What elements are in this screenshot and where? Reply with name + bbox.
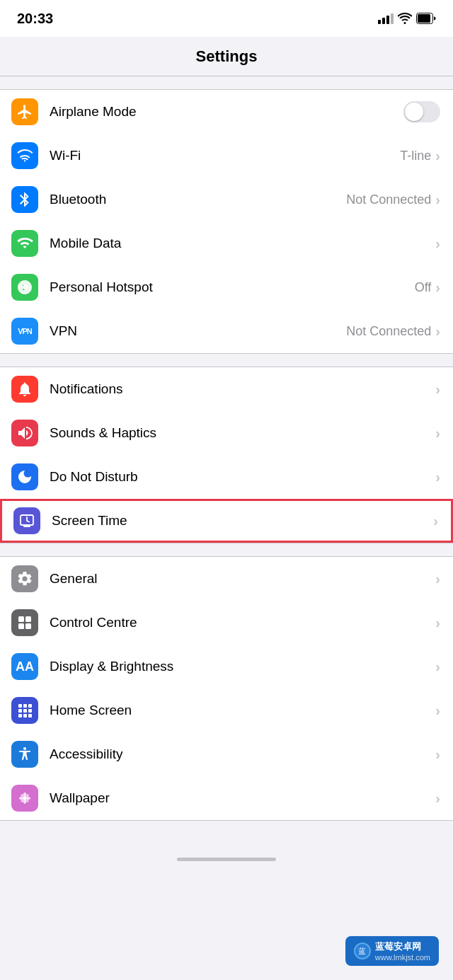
wallpaper-icon xyxy=(11,785,38,812)
screen-time-row[interactable]: Screen Time › xyxy=(0,499,453,543)
screen-time-chevron: › xyxy=(433,514,438,528)
svg-rect-13 xyxy=(28,709,32,713)
svg-rect-5 xyxy=(25,616,31,622)
vpn-chevron: › xyxy=(435,324,440,338)
control-centre-row[interactable]: Control Centre › xyxy=(0,601,453,645)
vpn-value: Not Connected xyxy=(346,324,431,339)
do-not-disturb-label: Do Not Disturb xyxy=(50,469,435,485)
general-row[interactable]: General › xyxy=(0,557,453,601)
general-icon xyxy=(11,565,38,592)
sounds-haptics-chevron: › xyxy=(435,426,440,440)
general-label: General xyxy=(50,571,435,587)
svg-rect-16 xyxy=(28,714,32,717)
control-centre-icon xyxy=(11,609,38,636)
notifications-icon xyxy=(11,376,38,403)
general-chevron: › xyxy=(435,572,440,586)
airplane-mode-icon xyxy=(11,98,38,125)
signal-icon xyxy=(378,13,394,24)
watermark-logo: 蓝 xyxy=(354,942,371,959)
bluetooth-chevron: › xyxy=(435,192,440,207)
status-time: 20:33 xyxy=(17,11,53,27)
sounds-haptics-row[interactable]: Sounds & Haptics › xyxy=(0,411,453,455)
page-title: Settings xyxy=(196,47,258,66)
screen-time-icon xyxy=(13,507,40,534)
svg-rect-12 xyxy=(23,709,27,713)
home-bar xyxy=(177,858,276,861)
home-indicator xyxy=(0,849,453,867)
accessibility-label: Accessibility xyxy=(50,746,435,762)
personal-hotspot-chevron: › xyxy=(435,280,440,294)
wifi-label: Wi-Fi xyxy=(50,148,400,163)
svg-point-2 xyxy=(23,285,27,289)
general-section: General › Control Centre › AA Display & … xyxy=(0,556,453,821)
mobile-data-label: Mobile Data xyxy=(50,236,435,251)
wifi-chevron: › xyxy=(435,149,440,163)
mobile-data-icon xyxy=(11,230,38,257)
personal-hotspot-label: Personal Hotspot xyxy=(50,279,415,295)
svg-rect-10 xyxy=(28,704,32,708)
mobile-data-row[interactable]: Mobile Data › xyxy=(0,221,453,265)
watermark-text: 蓝莓安卓网 www.lmkjst.com xyxy=(375,940,430,962)
status-icons xyxy=(378,13,436,24)
accessibility-icon xyxy=(11,741,38,768)
wifi-status-icon xyxy=(398,13,412,24)
svg-point-17 xyxy=(23,747,26,750)
bluetooth-label: Bluetooth xyxy=(50,192,346,207)
connectivity-section: Airplane Mode Wi-Fi T-line › Bluetooth N… xyxy=(0,89,453,354)
wifi-row[interactable]: Wi-Fi T-line › xyxy=(0,134,453,178)
notifications-section: Notifications › Sounds & Haptics › Do No… xyxy=(0,367,453,543)
svg-rect-1 xyxy=(418,14,430,23)
bluetooth-row[interactable]: Bluetooth Not Connected › xyxy=(0,178,453,221)
screen-time-label: Screen Time xyxy=(52,513,433,529)
airplane-mode-row[interactable]: Airplane Mode xyxy=(0,90,453,134)
wallpaper-label: Wallpaper xyxy=(50,790,435,806)
home-screen-icon xyxy=(11,697,38,724)
notifications-label: Notifications xyxy=(50,381,435,397)
battery-icon xyxy=(416,13,436,24)
personal-hotspot-value: Off xyxy=(415,280,432,295)
home-screen-chevron: › xyxy=(435,703,440,717)
svg-rect-6 xyxy=(18,623,24,629)
display-brightness-label: Display & Brightness xyxy=(50,659,435,674)
wallpaper-chevron: › xyxy=(435,791,440,805)
home-screen-row[interactable]: Home Screen › xyxy=(0,688,453,732)
personal-hotspot-row[interactable]: Personal Hotspot Off › xyxy=(0,265,453,309)
svg-rect-15 xyxy=(23,714,27,717)
bluetooth-value: Not Connected xyxy=(346,192,431,207)
control-centre-chevron: › xyxy=(435,616,440,630)
display-brightness-row[interactable]: AA Display & Brightness › xyxy=(0,645,453,688)
svg-rect-8 xyxy=(18,704,22,708)
wallpaper-row[interactable]: Wallpaper › xyxy=(0,776,453,820)
mobile-data-chevron: › xyxy=(435,236,440,250)
wifi-value: T-line xyxy=(400,149,431,163)
display-icon: AA xyxy=(11,653,38,680)
airplane-mode-toggle[interactable] xyxy=(403,101,440,122)
vpn-row[interactable]: VPN VPN Not Connected › xyxy=(0,309,453,353)
bluetooth-icon xyxy=(11,186,38,213)
svg-rect-14 xyxy=(18,714,22,717)
vpn-label: VPN xyxy=(50,323,346,339)
svg-rect-4 xyxy=(18,616,24,622)
vpn-icon: VPN xyxy=(11,318,38,345)
wifi-icon xyxy=(11,142,38,169)
display-brightness-chevron: › xyxy=(435,659,440,674)
sounds-haptics-label: Sounds & Haptics xyxy=(50,425,435,441)
do-not-disturb-row[interactable]: Do Not Disturb › xyxy=(0,455,453,499)
airplane-mode-label: Airplane Mode xyxy=(50,104,403,120)
watermark: 蓝 蓝莓安卓网 www.lmkjst.com xyxy=(345,936,439,966)
notifications-chevron: › xyxy=(435,382,440,396)
notifications-row[interactable]: Notifications › xyxy=(0,367,453,411)
sounds-icon xyxy=(11,420,38,446)
control-centre-label: Control Centre xyxy=(50,615,435,630)
nav-bar: Settings xyxy=(0,37,453,76)
do-not-disturb-icon xyxy=(11,463,38,490)
do-not-disturb-chevron: › xyxy=(435,470,440,484)
svg-rect-7 xyxy=(25,623,31,629)
accessibility-chevron: › xyxy=(435,747,440,761)
home-screen-label: Home Screen xyxy=(50,703,435,718)
hotspot-icon xyxy=(11,274,38,301)
svg-rect-9 xyxy=(23,704,27,708)
accessibility-row[interactable]: Accessibility › xyxy=(0,732,453,776)
status-bar: 20:33 xyxy=(0,0,453,37)
svg-rect-11 xyxy=(18,709,22,713)
